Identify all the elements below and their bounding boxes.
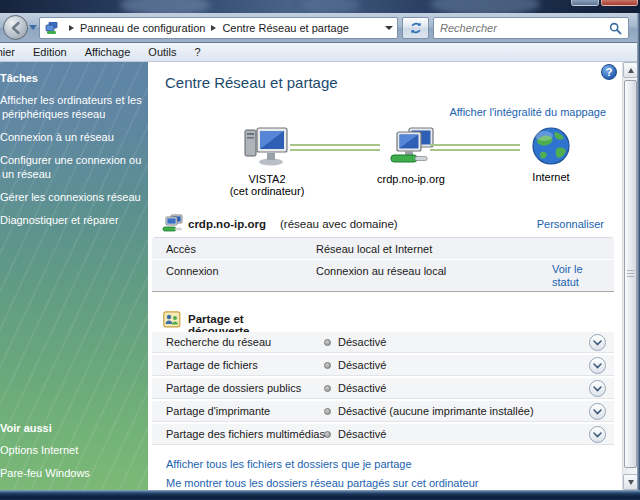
view-status-link[interactable]: Voir le statut [552,263,608,289]
expand-button[interactable] [589,334,606,351]
table-row-public-folder-sharing: Partage de dossiers publics Désactivé [152,378,614,399]
table-row-network-discovery: Recherche du réseau Désactivé [152,332,614,353]
chevron-down-icon [593,409,602,415]
chevron-down-icon [593,386,602,392]
menu-bar: Fichier Edition Affichage Outils ? [0,43,640,62]
sharing-grid: Recherche du réseau Désactivé Partage de… [152,332,614,447]
row-label: Partage d'imprimante [166,405,270,417]
sidebar-item-windows-firewall[interactable]: Pare-feu Windows [2,466,142,480]
history-dropdown-icon[interactable] [29,25,37,30]
network-status-grid: Accès Réseau local et Internet Connexion… [152,238,614,292]
status-value: Désactivé [338,428,386,440]
page-title: Centre Réseau et partage [165,74,338,91]
expand-button[interactable] [589,380,606,397]
map-node-label: VISTA2 [207,173,327,185]
row-label: Partage des fichiers multimédias [166,428,325,440]
search-input[interactable] [440,22,609,34]
sidebar-item-connect-network[interactable]: Connexion à un réseau [2,130,142,144]
back-arrow-icon [8,20,24,36]
sidebar-item-view-computers[interactable]: Afficher les ordinateurs et les périphér… [2,93,142,121]
refresh-button[interactable] [402,17,429,39]
network-small-icon [162,214,184,234]
row-label: Recherche du réseau [166,336,271,348]
status-dot-icon [324,385,331,392]
map-node-sublabel: (cet ordinateur) [207,185,327,197]
network-section-header: crdp.no-ip.org (réseau avec domaine) Per… [154,214,612,236]
map-node-label: crdp.no-ip.org [351,173,471,185]
menu-item-fichier[interactable]: Fichier [0,44,24,60]
vertical-scrollbar[interactable] [622,62,637,490]
network-location-icon [45,22,60,35]
table-row-file-sharing: Partage de fichiers Désactivé [152,355,614,376]
status-dot-icon [324,408,331,415]
sharing-discovery-icon [163,311,181,328]
menu-item-outils[interactable]: Outils [139,44,185,60]
row-value: Connexion au réseau local [316,265,446,277]
tasks-sidebar: Tâches Afficher les ordinateurs et les p… [0,62,148,490]
computer-icon [241,126,293,168]
network-sharing-center-window: Panneau de configuration Centre Réseau e… [0,0,640,500]
chevron-down-icon [593,432,602,438]
back-button[interactable] [3,15,28,40]
status-value: Désactivé (aucune imprimante installée) [338,405,534,417]
breadcrumb-control-panel[interactable]: Panneau de configuration [80,22,205,34]
map-node-label: Internet [491,171,611,183]
chevron-down-icon [593,340,602,346]
help-icon[interactable]: ? [601,64,617,80]
window-bottom-border [0,490,640,500]
expand-button[interactable] [589,403,606,420]
address-dropdown-icon[interactable] [385,26,393,30]
menu-item-help[interactable]: ? [185,44,209,60]
table-row-media-sharing: Partage des fichiers multimédias Désacti… [152,424,614,445]
breadcrumb-network-center[interactable]: Centre Réseau et partage [222,22,349,34]
table-row-access: Accès Réseau local et Internet [152,238,614,260]
personalize-link[interactable]: Personnaliser [537,218,604,230]
network-name: crdp.no-ip.org [188,218,266,230]
row-label: Partage de fichiers [166,359,258,371]
see-also-header: Voir aussi [2,422,142,434]
status-value: Désactivé [338,336,386,348]
view-full-map-link[interactable]: Afficher l'intégralité du mappage [449,106,606,118]
show-shared-folders-link[interactable]: Me montrer tous les dossiers réseau part… [166,477,478,489]
sidebar-item-diagnose-repair[interactable]: Diagnostiquer et réparer [2,213,142,227]
map-node-this-computer[interactable]: VISTA2 (cet ordinateur) [207,126,327,197]
sidebar-item-internet-options[interactable]: Options Internet [2,443,142,457]
scrollbar-up-icon [628,68,634,73]
table-row-printer-sharing: Partage d'imprimante Désactivé (aucune i… [152,401,614,422]
breadcrumb-arrow-icon [211,25,216,31]
scrollbar-thumb[interactable] [624,80,637,468]
scrollbar-down-icon [628,480,634,485]
minimize-maximize-buttons[interactable] [571,0,599,6]
chevron-down-icon [593,363,602,369]
row-label: Accès [166,243,196,255]
refresh-icon [409,21,423,35]
row-label: Connexion [166,265,219,277]
menu-item-affichage[interactable]: Affichage [76,44,140,60]
scrollbar-down-button[interactable] [623,474,638,490]
map-node-internet[interactable]: Internet [491,126,611,183]
status-dot-icon [324,431,331,438]
show-shared-files-link[interactable]: Afficher tous les fichiers et dossiers q… [166,458,412,470]
map-node-network[interactable]: crdp.no-ip.org [351,126,471,185]
navigation-bar: Panneau de configuration Centre Réseau e… [0,13,640,43]
search-box[interactable] [433,17,629,39]
scrollbar-up-button[interactable] [623,62,638,78]
sidebar-item-setup-connection[interactable]: Configurer une connexion ou un réseau [2,153,142,181]
status-dot-icon [324,339,331,346]
menu-item-edition[interactable]: Edition [24,44,76,60]
globe-icon [531,126,571,166]
network-type: (réseau avec domaine) [280,218,398,230]
status-value: Désactivé [338,359,386,371]
window-titlebar [0,0,640,13]
scrollbar-grip-icon [627,270,634,278]
sidebar-item-manage-connections[interactable]: Gérer les connexions réseau [2,190,142,204]
expand-button[interactable] [589,426,606,443]
status-value: Désactivé [338,382,386,394]
expand-button[interactable] [589,357,606,374]
tasks-header: Tâches [2,72,142,84]
search-icon[interactable] [609,22,622,35]
address-bar[interactable]: Panneau de configuration Centre Réseau e… [39,17,398,39]
glass-reflection [430,0,540,13]
breadcrumb-arrow-icon [69,25,74,31]
close-button[interactable] [601,0,638,6]
